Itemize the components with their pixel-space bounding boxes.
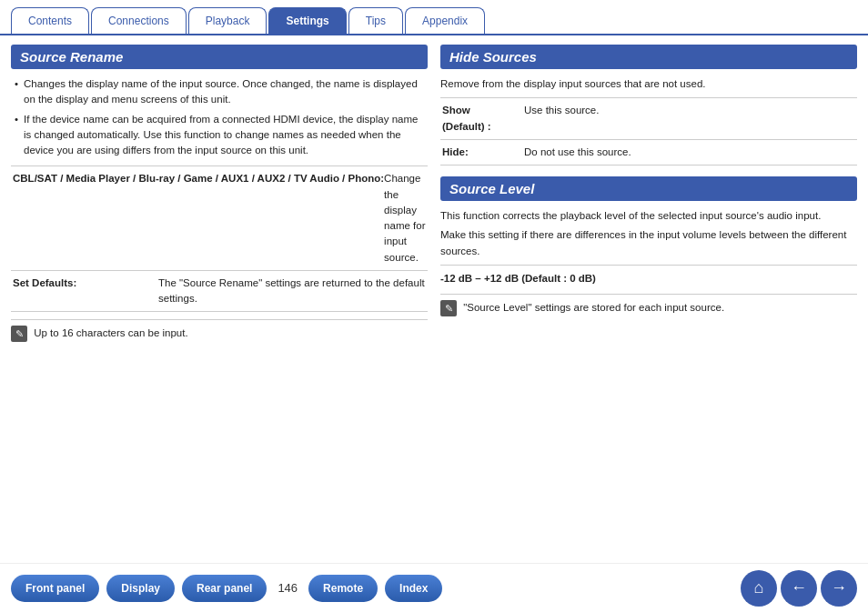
table-row: CBL/SAT / Media Player / Blu-ray / Game … xyxy=(11,166,428,271)
source-level-note: ✎ "Source Level" settings are stored for… xyxy=(440,294,857,316)
right-column: Hide Sources Remove from the display inp… xyxy=(440,45,857,551)
row-value-defaults: The "Source Rename" settings are returne… xyxy=(158,276,426,307)
source-rename-bullets: Changes the display name of the input so… xyxy=(11,76,428,158)
hs-label-hide: Hide: xyxy=(442,145,524,160)
tab-appendix[interactable]: Appendix xyxy=(405,7,485,34)
hs-value-show: Use this source. xyxy=(524,103,599,135)
note-icon: ✎ xyxy=(11,326,27,342)
prev-button[interactable]: ← xyxy=(781,570,817,607)
source-rename-note: ✎ Up to 16 characters can be input. xyxy=(11,319,428,342)
table-row: Set Defaults: The "Source Rename" settin… xyxy=(11,271,428,313)
tab-tips[interactable]: Tips xyxy=(348,7,403,34)
hs-row-show: Show (Default) : Use this source. xyxy=(440,98,857,140)
tab-playback[interactable]: Playback xyxy=(188,7,267,34)
source-level-para2: Make this setting if there are differenc… xyxy=(440,227,857,259)
tab-settings[interactable]: Settings xyxy=(268,7,346,34)
source-rename-header: Source Rename xyxy=(11,45,428,69)
row-label-sources: CBL/SAT / Media Player / Blu-ray / Game … xyxy=(13,171,384,186)
hide-sources-body: Remove from the display input sources th… xyxy=(440,76,857,166)
hs-row-hide: Hide: Do not use this source. xyxy=(440,140,857,166)
row-value-sources: Change the display name for input source… xyxy=(384,171,426,266)
home-button[interactable]: ⌂ xyxy=(741,570,777,607)
display-button[interactable]: Display xyxy=(106,575,175,602)
note-text: Up to 16 characters can be input. xyxy=(34,327,187,338)
bullet-item: Changes the display name of the input so… xyxy=(15,76,428,108)
source-level-section: Source Level This function corrects the … xyxy=(440,176,857,316)
main-content: Source Rename Changes the display name o… xyxy=(0,35,868,560)
range-rest: (Default : 0 dB) xyxy=(519,273,596,284)
page-number: 146 xyxy=(278,581,298,595)
rear-panel-button[interactable]: Rear panel xyxy=(182,575,267,602)
tab-connections[interactable]: Connections xyxy=(91,7,187,34)
source-rename-section: Source Rename Changes the display name o… xyxy=(11,45,428,551)
source-rename-body: Changes the display name of the input so… xyxy=(11,76,428,342)
hide-sources-header: Hide Sources xyxy=(440,45,857,69)
source-level-body: This function corrects the playback leve… xyxy=(440,208,857,316)
note-icon: ✎ xyxy=(440,300,457,316)
bottom-bar: Front panel Display Rear panel 146 Remot… xyxy=(0,563,868,612)
tab-contents[interactable]: Contents xyxy=(11,7,89,34)
hide-sources-section: Hide Sources Remove from the display inp… xyxy=(440,45,857,166)
source-level-header: Source Level xyxy=(440,176,857,201)
hs-value-hide: Do not use this source. xyxy=(524,145,631,160)
remote-button[interactable]: Remote xyxy=(308,575,378,602)
bullet-item: If the device name can be acquired from … xyxy=(15,112,428,159)
front-panel-button[interactable]: Front panel xyxy=(11,575,99,602)
hs-label-show: Show (Default) : xyxy=(442,103,524,135)
note-text: "Source Level" settings are stored for e… xyxy=(463,302,724,313)
source-rename-table: CBL/SAT / Media Player / Blu-ray / Game … xyxy=(11,166,428,312)
top-nav: Contents Connections Playback Settings T… xyxy=(0,0,868,35)
row-label-defaults: Set Defaults: xyxy=(13,276,158,291)
hide-sources-intro: Remove from the display input sources th… xyxy=(440,76,857,92)
range-bold: -12 dB – +12 dB xyxy=(440,273,519,284)
source-level-range: -12 dB – +12 dB (Default : 0 dB) xyxy=(440,265,857,286)
bottom-icons: ⌂ ← → xyxy=(741,570,857,607)
hide-sources-table: Show (Default) : Use this source. Hide: … xyxy=(440,97,857,166)
next-button[interactable]: → xyxy=(821,570,857,607)
index-button[interactable]: Index xyxy=(385,575,442,602)
source-level-para1: This function corrects the playback leve… xyxy=(440,208,857,224)
